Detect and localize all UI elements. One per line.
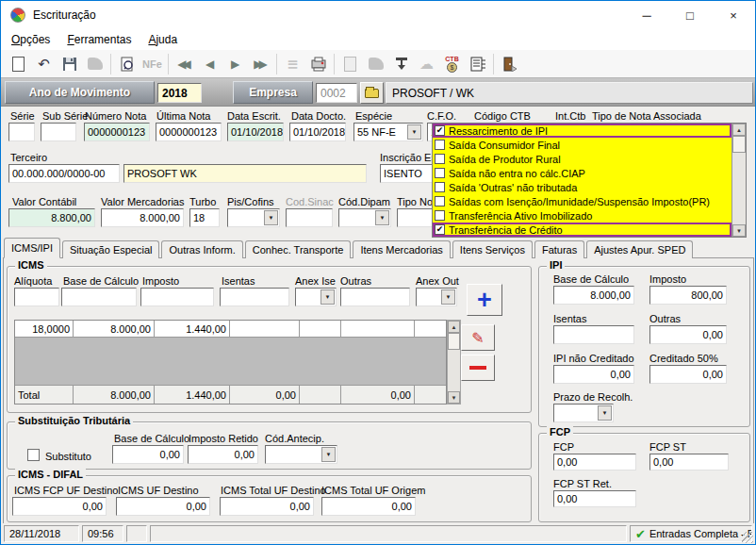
- chevron-down-icon[interactable]: ▼: [598, 405, 612, 421]
- minimize-icon[interactable]: ─: [625, 1, 668, 29]
- data-docto-field[interactable]: 01/10/2018: [289, 123, 346, 141]
- scroll-up-icon[interactable]: ▲: [732, 124, 746, 136]
- icms-total-uf-destino-field[interactable]: 0,00: [220, 497, 314, 516]
- open-company-button[interactable]: [360, 82, 384, 104]
- save-icon[interactable]: [57, 52, 82, 76]
- terceiro-doc-field[interactable]: 00.000.000/0000-00: [8, 164, 120, 183]
- cod-antecip-combo[interactable]: ▼: [265, 445, 337, 464]
- reports-icon[interactable]: [305, 52, 331, 76]
- tab-outras-inform[interactable]: Outras Inform.: [161, 240, 242, 258]
- exit-icon[interactable]: [497, 52, 522, 76]
- scroll-up-icon[interactable]: ▲: [448, 321, 460, 333]
- tipo-nota-is-field[interactable]: [397, 208, 435, 227]
- first-record-icon[interactable]: ◀◀: [172, 52, 197, 76]
- scroll-thumb[interactable]: [732, 136, 746, 153]
- menu-ferramentas[interactable]: Ferramentas: [58, 33, 140, 46]
- dropdown-item[interactable]: Saída Consumidor Final: [433, 138, 731, 152]
- previous-record-icon[interactable]: ◀: [197, 52, 222, 76]
- icms-fcp-uf-destino-field[interactable]: 0,00: [12, 497, 107, 516]
- chevron-down-icon[interactable]: ▼: [264, 210, 278, 225]
- next-record-icon[interactable]: ▶: [222, 52, 248, 76]
- cod-dipam-combo[interactable]: ▼: [338, 208, 391, 227]
- dropdown-item[interactable]: ✔ Ressarcimento de IPI: [433, 124, 731, 138]
- turbo-field[interactable]: 18: [189, 208, 220, 227]
- chevron-down-icon[interactable]: ▼: [441, 289, 455, 305]
- tab-itens-servicos[interactable]: Itens Serviços: [452, 240, 533, 258]
- ipi-outras-field[interactable]: 0,00: [649, 325, 727, 344]
- dropdown-scrollbar[interactable]: ▲ ▼: [731, 124, 746, 237]
- tab-faturas[interactable]: Faturas: [534, 240, 584, 258]
- tab-ajustes-apur-sped[interactable]: Ajustes Apur. SPED: [586, 240, 693, 258]
- tab-situacao-especial[interactable]: Situação Especial: [62, 240, 159, 258]
- icms-isentas-field[interactable]: [220, 288, 289, 306]
- ultima-nota-field[interactable]: 0000000123: [156, 123, 222, 141]
- icms-uf-destino-field[interactable]: 0,00: [116, 497, 210, 516]
- table-row[interactable]: 18,0000 8.000,00 1.440,00: [15, 321, 446, 338]
- edit-icms-row-button[interactable]: ✎: [461, 324, 495, 351]
- tab-conhec-transporte[interactable]: Conhec. Transporte: [245, 240, 352, 258]
- grid-scrollbar[interactable]: ▲ ▼: [447, 320, 461, 405]
- especie-combo[interactable]: 55 NF-E ▼: [353, 123, 423, 141]
- st-base-field[interactable]: 0,00: [112, 445, 184, 464]
- pis-cofins-combo[interactable]: ▼: [227, 208, 280, 227]
- fcp-field[interactable]: 0,00: [553, 454, 636, 471]
- checkbox-icon[interactable]: ✔: [435, 125, 445, 136]
- dropdown-item[interactable]: Transferência Ativo Imobilizado: [433, 208, 731, 223]
- chevron-down-icon[interactable]: ▼: [407, 124, 421, 140]
- remove-icms-row-button[interactable]: [461, 355, 495, 381]
- checkbox-icon[interactable]: [435, 140, 445, 150]
- serie-field[interactable]: [8, 123, 35, 141]
- menu-opcoes[interactable]: Opções: [3, 33, 58, 46]
- scroll-down-icon[interactable]: ▼: [448, 391, 460, 404]
- chevron-down-icon[interactable]: ▼: [321, 447, 336, 462]
- checkbox-icon[interactable]: [435, 210, 445, 221]
- ledger-icon[interactable]: [465, 52, 490, 76]
- ipi-imposto-field[interactable]: 800,00: [649, 286, 727, 305]
- undo-icon[interactable]: ↶: [31, 52, 57, 76]
- empresa-code-field[interactable]: 0002: [316, 83, 357, 103]
- substituto-checkbox[interactable]: [27, 449, 40, 461]
- sub-serie-field[interactable]: [41, 123, 76, 141]
- checkbox-icon[interactable]: [435, 182, 445, 192]
- checkbox-icon[interactable]: [435, 196, 445, 206]
- icms-grid[interactable]: 18,0000 8.000,00 1.440,00 Total 8.000,00…: [14, 320, 447, 405]
- anex-out-combo[interactable]: ▼: [416, 288, 457, 306]
- checkbox-icon[interactable]: ✔: [435, 224, 445, 235]
- icms-outras-field[interactable]: [340, 288, 410, 306]
- tab-icms-ipi[interactable]: ICMS/IPI: [4, 238, 60, 258]
- icms-imposto-field[interactable]: [140, 288, 214, 306]
- ano-movimento-field[interactable]: 2018: [157, 83, 202, 103]
- valor-contabil-field[interactable]: 8.800,00: [8, 208, 95, 227]
- valor-mercadorias-field[interactable]: 8.000,00: [101, 208, 184, 227]
- dropdown-item[interactable]: Saída de Produtor Rural: [433, 152, 731, 166]
- maximize-icon[interactable]: □: [668, 1, 712, 29]
- icms-total-uf-origem-field[interactable]: 0,00: [321, 497, 416, 516]
- anex-ise-combo[interactable]: ▼: [295, 288, 337, 306]
- scroll-down-icon[interactable]: ▼: [732, 224, 746, 237]
- ipi-isentas-field[interactable]: [553, 325, 634, 344]
- menu-ajuda[interactable]: Ajuda: [140, 33, 186, 46]
- dropdown-item[interactable]: Saídas com Isenção/Imunidade/Suspensão I…: [433, 194, 731, 208]
- preview-icon[interactable]: [114, 52, 140, 76]
- scroll-thumb[interactable]: [448, 333, 460, 350]
- ctb-icon[interactable]: CTB$: [439, 52, 465, 76]
- export-icon[interactable]: [388, 52, 414, 76]
- numero-nota-field[interactable]: 0000000123: [84, 123, 150, 141]
- icms-base-field[interactable]: [61, 288, 137, 306]
- dropdown-item[interactable]: ✔ Transferência de Crédito: [433, 223, 731, 237]
- ipi-nao-creditado-field[interactable]: 0,00: [553, 365, 634, 384]
- resize-grip[interactable]: [742, 532, 753, 543]
- data-escrit-field[interactable]: 01/10/2018: [227, 123, 284, 141]
- ipi-base-field[interactable]: 8.000,00: [553, 286, 634, 305]
- imposto-retido-field[interactable]: 0,00: [188, 445, 258, 464]
- dropdown-item[interactable]: Saída não entra no cálc.CIAP: [433, 166, 731, 180]
- tab-itens-mercadorias[interactable]: Itens Mercadorias: [353, 240, 450, 258]
- chevron-down-icon[interactable]: ▼: [375, 210, 389, 225]
- chevron-down-icon[interactable]: ▼: [320, 289, 335, 305]
- aliquota-field[interactable]: [14, 288, 59, 306]
- close-icon[interactable]: ×: [712, 1, 755, 29]
- fcp-st-ret-field[interactable]: 0,00: [553, 490, 636, 507]
- cod-sinac-field[interactable]: [286, 208, 333, 227]
- checkbox-icon[interactable]: [435, 168, 445, 178]
- terceiro-nome-field[interactable]: PROSOFT WK: [123, 164, 367, 183]
